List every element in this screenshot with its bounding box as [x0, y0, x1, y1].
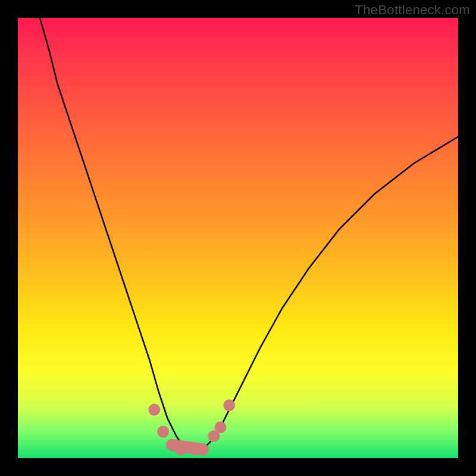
valley-marker	[214, 421, 226, 433]
valley-marker	[175, 443, 187, 455]
plot-area	[18, 18, 458, 458]
chart-svg	[18, 18, 458, 458]
valley-marker	[223, 399, 235, 411]
valley-marker	[197, 443, 209, 455]
marker-group	[148, 399, 235, 455]
outer-frame: TheBottleneck.com	[0, 0, 476, 476]
valley-marker	[157, 426, 169, 438]
bottleneck-curve	[40, 18, 458, 454]
valley-marker	[148, 404, 160, 416]
watermark-text: TheBottleneck.com	[355, 2, 470, 18]
